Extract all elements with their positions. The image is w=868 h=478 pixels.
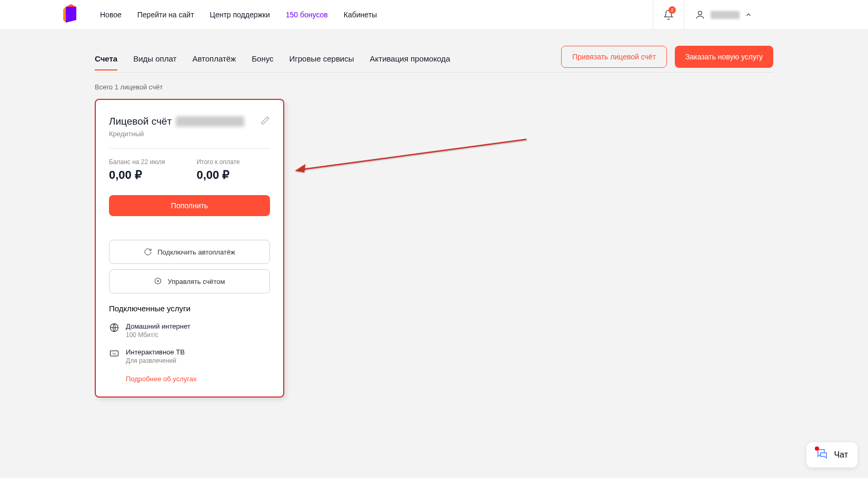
total-value: 0,00 ₽ [196,168,240,182]
service-internet: Домашний интернет 100 Мбит/с [109,322,270,339]
services-title: Подключенные услуги [109,304,270,313]
tabs: Счета Виды оплат Автоплатёж Бонус Игровы… [95,48,561,70]
subnav: Счета Виды оплат Автоплатёж Бонус Игровы… [95,46,773,73]
tab-payment-types[interactable]: Виды оплат [133,48,176,70]
card-title-row: Лицевой счёт [109,116,270,127]
user-name-blurred [711,11,740,19]
card-type: Кредитный [109,130,270,138]
globe-icon [109,322,119,333]
autopay-button[interactable]: Подключить автоплатёж [109,240,270,264]
refresh-icon [144,248,152,256]
manage-button[interactable]: Управлять счётом [109,269,270,293]
main-nav: Новое Перейти на сайт Центр поддержки 15… [100,11,653,19]
user-menu[interactable] [695,9,752,20]
subnav-container: Счета Виды оплат Автоплатёж Бонус Игровы… [0,30,868,73]
svg-point-1 [157,280,159,282]
content: Всего 1 лицевой счёт Лицевой счёт Кредит… [0,73,868,408]
svg-line-5 [303,139,526,169]
bonus-count: 150 [286,11,298,19]
service-tv: TV Интерактивное ТВ Для развлечений [109,348,270,364]
total-label: Итого к оплате [196,158,240,166]
arrow-annotation [295,137,532,179]
chat-label: Чат [834,450,848,460]
balance-label: Баланс на 22 июля [109,158,165,166]
notifications-button[interactable]: 2 [653,0,684,30]
chevron-up-icon [745,11,752,18]
tab-promo[interactable]: Активация промокода [370,48,451,70]
tab-game-services[interactable]: Игровые сервисы [290,48,354,70]
service-detail: Для развлечений [126,357,185,364]
link-account-button[interactable]: Привязать лицевой счёт [561,46,667,68]
balance-row: Баланс на 22 июля 0,00 ₽ Итого к оплате … [109,158,270,182]
more-services-link[interactable]: Подробнее об услугах [126,375,196,383]
service-detail: 100 Мбит/с [126,331,191,339]
bonus-text: бонусов [300,11,328,19]
tv-icon: TV [109,348,119,359]
nav-bonus[interactable]: 150 бонусов [286,11,328,19]
balance-value: 0,00 ₽ [109,168,165,182]
notif-badge: 2 [669,6,676,14]
nav-support[interactable]: Центр поддержки [210,11,270,19]
svg-text:TV: TV [112,352,116,355]
pencil-icon [261,116,270,125]
balance-block: Баланс на 22 июля 0,00 ₽ [109,158,165,182]
nav-new[interactable]: Новое [100,11,122,19]
tab-autopay[interactable]: Автоплатёж [192,48,236,70]
service-name: Интерактивное ТВ [126,348,185,356]
top-up-button[interactable]: Пополнить [109,195,270,216]
account-card: Лицевой счёт Кредитный Баланс на 22 июля… [95,99,284,398]
edit-button[interactable] [261,116,270,127]
chat-icon-wrap [816,448,829,462]
order-service-button[interactable]: Заказать новую услугу [675,46,773,68]
account-summary: Всего 1 лицевой счёт [95,83,773,91]
header-right: 2 [653,0,857,30]
person-icon [695,9,705,20]
account-number-blurred [176,116,244,127]
main-header: Новое Перейти на сайт Центр поддержки 15… [0,0,868,30]
logo[interactable] [63,4,79,25]
divider [109,148,270,149]
manage-label: Управлять счётом [167,278,225,286]
svg-point-0 [699,11,702,15]
tab-accounts[interactable]: Счета [95,48,117,70]
card-title: Лицевой счёт [109,116,172,127]
autopay-label: Подключить автоплатёж [157,248,235,256]
nav-cabinets[interactable]: Кабинеты [344,11,377,19]
total-block: Итого к оплате 0,00 ₽ [196,158,240,182]
hexagon-icon [154,277,162,286]
action-buttons: Привязать лицевой счёт Заказать новую ус… [561,46,773,68]
nav-website[interactable]: Перейти на сайт [137,11,194,19]
tab-bonus[interactable]: Бонус [252,48,273,70]
service-name: Домашний интернет [126,322,191,330]
chat-widget[interactable]: Чат [806,442,857,467]
